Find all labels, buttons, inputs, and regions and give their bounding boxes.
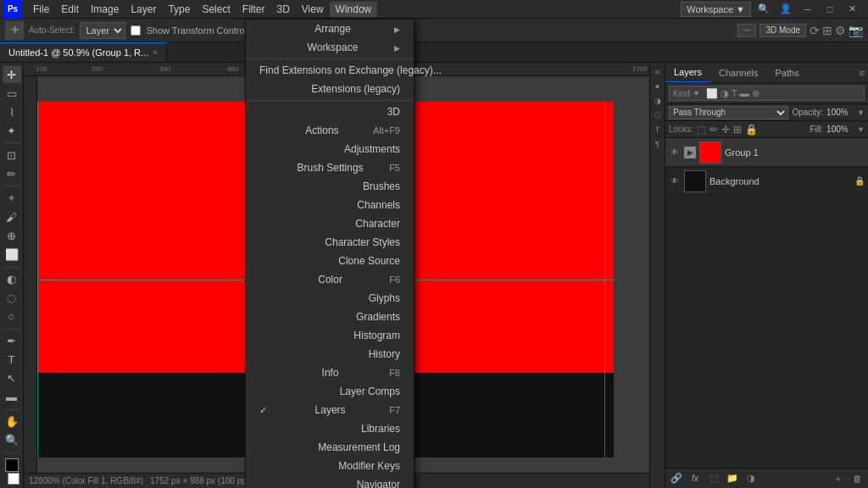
opacity-arrow[interactable]: ▼ <box>857 108 865 117</box>
lock-all-icon[interactable]: 🔒 <box>745 124 758 136</box>
menu-item-histogram[interactable]: Histogram <box>246 326 414 345</box>
menu-item-info[interactable]: Info F8 <box>246 363 414 382</box>
menu-item-clone-source[interactable]: Clone Source <box>246 252 414 270</box>
menu-item-adjustments[interactable]: Adjustments <box>246 140 414 158</box>
edge-layers-icon[interactable]: ≡ <box>652 66 664 78</box>
tool-clone-stamp[interactable]: ⊕ <box>3 227 21 244</box>
tab-channels[interactable]: Channels <box>710 63 766 82</box>
tool-dodge[interactable]: ○ <box>3 308 21 325</box>
background-visibility-toggle[interactable]: 👁 <box>669 175 681 187</box>
tool-shape[interactable]: ▬ <box>3 389 21 406</box>
menu-item-find-extensions[interactable]: Find Extensions on Exchange (legacy)... <box>246 61 414 80</box>
tool-crop[interactable]: ⊡ <box>3 147 21 164</box>
tab-close-btn[interactable]: × <box>153 48 157 57</box>
link-layers-icon[interactable]: 🔗 <box>669 471 684 486</box>
menu-layer[interactable]: Layer <box>125 2 162 17</box>
menu-item-brush-settings[interactable]: Brush Settings F5 <box>246 158 414 177</box>
menu-item-glyphs[interactable]: Glyphs <box>246 289 414 308</box>
tool-brush[interactable]: 🖌 <box>3 208 21 225</box>
tool-path-select[interactable]: ↖ <box>3 370 21 387</box>
tool-zoom[interactable]: 🔍 <box>3 432 21 449</box>
document-tab[interactable]: Untitled-1 @ 50.9% (Group 1, R... × <box>0 42 167 62</box>
more-options-btn[interactable]: ··· <box>737 24 756 37</box>
workspace-button[interactable]: Workspace ▼ <box>681 2 751 17</box>
lock-move-icon[interactable]: ✛ <box>721 124 730 136</box>
menu-item-history[interactable]: History <box>246 345 414 363</box>
group1-visibility-toggle[interactable]: 👁 <box>669 147 681 158</box>
opacity-value[interactable]: 100% <box>826 108 854 117</box>
tool-eyedropper[interactable]: ✏ <box>3 165 21 182</box>
minimize-icon[interactable]: ─ <box>798 2 817 17</box>
tab-paths[interactable]: Paths <box>767 63 808 82</box>
delete-layer-icon[interactable]: 🗑 <box>849 471 865 486</box>
tool-eraser[interactable]: ⬜ <box>3 247 21 263</box>
fx-icon[interactable]: fx <box>687 471 703 486</box>
menu-item-3d[interactable]: 3D <box>246 103 414 121</box>
menu-view[interactable]: View <box>296 2 330 17</box>
fill-value[interactable]: 100% <box>826 125 854 134</box>
fill-arrow[interactable]: ▼ <box>857 125 865 134</box>
close-icon[interactable]: ✕ <box>843 2 861 17</box>
tool-blur[interactable]: ◌ <box>3 290 21 307</box>
menu-filter[interactable]: Filter <box>236 2 271 17</box>
menu-item-gradients[interactable]: Gradients <box>246 308 414 326</box>
edge-text-icon[interactable]: T <box>652 124 664 136</box>
new-layer-icon[interactable]: + <box>831 471 846 486</box>
menu-item-color[interactable]: Color F6 <box>246 270 414 289</box>
background-color[interactable] <box>8 473 19 485</box>
menu-item-arrange[interactable]: Arrange <box>246 19 414 38</box>
tab-layers[interactable]: Layers <box>665 63 710 82</box>
tool-hand[interactable]: ✋ <box>3 413 21 430</box>
menu-window[interactable]: Window <box>330 2 378 17</box>
tool-pen[interactable]: ✒ <box>3 333 21 350</box>
maximize-icon[interactable]: □ <box>821 2 839 17</box>
add-mask-icon[interactable]: ⬚ <box>706 471 721 486</box>
menu-file[interactable]: File <box>27 2 55 17</box>
transform-controls-checkbox[interactable] <box>131 25 141 36</box>
edge-adjust-icon[interactable]: ◑ <box>652 95 664 107</box>
tool-text[interactable]: T <box>3 352 21 369</box>
tool-lasso[interactable]: ⌇ <box>3 103 21 120</box>
menu-item-workspace[interactable]: Workspace <box>246 38 414 57</box>
menu-item-navigator[interactable]: Navigator <box>246 475 414 488</box>
layer-background[interactable]: 👁 Background 🔒 <box>665 167 868 196</box>
menu-item-extensions-legacy[interactable]: Extensions (legacy) <box>246 80 414 98</box>
menu-item-modifier-keys[interactable]: Modifier Keys <box>246 457 414 475</box>
menu-item-channels[interactable]: Channels <box>246 196 414 214</box>
menu-select[interactable]: Select <box>196 2 236 17</box>
auto-select-dropdown[interactable]: Layer <box>80 22 125 39</box>
edge-char-icon[interactable]: ¶ <box>652 138 664 150</box>
menu-3d[interactable]: 3D <box>270 2 295 17</box>
user-icon[interactable]: 👤 <box>776 2 795 17</box>
panel-menu-icon[interactable]: ≡ <box>856 68 868 78</box>
foreground-color[interactable] <box>5 458 19 472</box>
menu-item-brushes[interactable]: Brushes <box>246 177 414 196</box>
edge-color-icon[interactable]: ● <box>652 80 664 92</box>
search-icon[interactable]: 🔍 <box>754 2 773 17</box>
tool-move[interactable]: ✛ <box>3 66 21 83</box>
search-dropdown-arrow[interactable]: ▼ <box>693 89 700 97</box>
menu-item-libraries[interactable]: Libraries <box>246 419 414 438</box>
menu-item-actions[interactable]: Actions Alt+F9 <box>246 121 414 140</box>
menu-edit[interactable]: Edit <box>55 2 85 17</box>
lock-artboard-icon[interactable]: ⊞ <box>733 124 742 136</box>
new-group-icon[interactable]: 📁 <box>725 471 740 486</box>
tool-gradient[interactable]: ◐ <box>3 271 21 288</box>
menu-image[interactable]: Image <box>85 2 125 17</box>
menu-item-layers[interactable]: ✓ Layers F7 <box>246 401 414 419</box>
menu-item-character[interactable]: Character <box>246 214 414 233</box>
layer-group1[interactable]: 👁 ▶ Group 1 <box>665 138 868 167</box>
blend-mode-select[interactable]: Pass Through <box>669 106 788 119</box>
lock-transparent-icon[interactable]: ⬚ <box>697 124 706 136</box>
tool-magic-wand[interactable]: ✦ <box>3 122 21 139</box>
layer-search-box[interactable]: Kind ▼ ⬜ ◑ T ▬ ⊕ <box>669 86 865 101</box>
menu-item-character-styles[interactable]: Character Styles <box>246 233 414 252</box>
menu-item-measurement-log[interactable]: Measurement Log <box>246 438 414 457</box>
tool-rect-select[interactable]: ▭ <box>3 85 21 102</box>
menu-type[interactable]: Type <box>162 2 196 17</box>
new-adjustment-icon[interactable]: ◑ <box>743 471 759 486</box>
edge-brush-icon[interactable]: ⬡ <box>652 109 664 121</box>
lock-brush-icon[interactable]: ✏ <box>709 124 718 136</box>
tool-spot-heal[interactable]: ⌖ <box>3 190 21 207</box>
menu-item-layer-comps[interactable]: Layer Comps <box>246 382 414 401</box>
